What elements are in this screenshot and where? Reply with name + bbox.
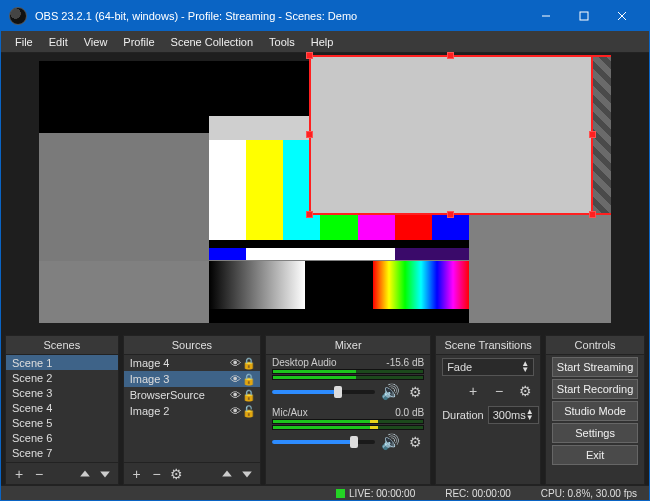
remove-icon[interactable]: − [148, 465, 166, 483]
scene-item[interactable]: Scene 4 [6, 400, 118, 415]
handle-bl[interactable] [306, 211, 313, 218]
status-live: LIVE: 00:00:00 [336, 488, 415, 499]
visibility-icon[interactable]: 👁 [228, 357, 242, 369]
mixer-panel: Mixer Desktop Audio-15.6 dB 🔊 ⚙ Mic/Aux0… [265, 335, 431, 485]
source-label: Image 4 [128, 357, 228, 369]
handle-bm[interactable] [447, 211, 454, 218]
duration-label: Duration [442, 409, 484, 421]
volume-slider[interactable] [272, 390, 375, 394]
source-item[interactable]: Image 4👁🔒 [124, 355, 260, 371]
handle-tl[interactable] [306, 52, 313, 59]
speaker-icon[interactable]: 🔊 [381, 383, 400, 401]
source-label: BrowserSource [128, 389, 228, 401]
vu-meter [272, 419, 424, 424]
track-db: -15.6 dB [386, 357, 424, 368]
maximize-button[interactable] [565, 1, 603, 31]
visibility-icon[interactable]: 👁 [228, 405, 242, 417]
move-up-icon[interactable] [76, 465, 94, 483]
layer-selected[interactable] [309, 55, 593, 215]
source-item[interactable]: Image 3👁🔒 [124, 371, 260, 387]
sources-list[interactable]: Image 4👁🔒 Image 3👁🔒 BrowserSource👁🔒 Imag… [124, 355, 260, 462]
close-button[interactable] [603, 1, 641, 31]
handle-br[interactable] [589, 211, 596, 218]
speaker-icon[interactable]: 🔊 [381, 433, 400, 451]
volume-slider[interactable] [272, 440, 375, 444]
handle-mr[interactable] [589, 131, 596, 138]
transition-value: Fade [447, 361, 472, 373]
handle-tm[interactable] [447, 52, 454, 59]
scene-item[interactable]: Scene 8 [6, 460, 118, 462]
lock-icon[interactable]: 🔒 [242, 357, 256, 370]
lock-icon[interactable]: 🔒 [242, 389, 256, 402]
add-icon[interactable]: + [10, 465, 28, 483]
gear-icon[interactable]: ⚙ [516, 382, 534, 400]
source-label: Image 3 [128, 373, 228, 385]
unlock-icon[interactable]: 🔓 [242, 405, 256, 418]
source-label: Image 2 [128, 405, 228, 417]
menu-profile[interactable]: Profile [115, 33, 162, 51]
move-up-icon[interactable] [218, 465, 236, 483]
window-titlebar: OBS 23.2.1 (64-bit, windows) - Profile: … [1, 1, 649, 31]
settings-button[interactable]: Settings [552, 423, 638, 443]
mixer-title: Mixer [266, 336, 430, 355]
preview-canvas[interactable] [39, 61, 611, 323]
gear-icon[interactable]: ⚙ [406, 433, 424, 451]
studio-mode-button[interactable]: Studio Mode [552, 401, 638, 421]
scene-item[interactable]: Scene 6 [6, 430, 118, 445]
start-streaming-button[interactable]: Start Streaming [552, 357, 638, 377]
menu-tools[interactable]: Tools [261, 33, 303, 51]
menu-file[interactable]: File [7, 33, 41, 51]
source-item[interactable]: BrowserSource👁🔒 [124, 387, 260, 403]
visibility-icon[interactable]: 👁 [228, 373, 242, 385]
move-down-icon[interactable] [238, 465, 256, 483]
gear-icon[interactable]: ⚙ [168, 465, 186, 483]
layer-grey-block [39, 133, 209, 261]
add-icon[interactable]: + [464, 382, 482, 400]
scene-item[interactable]: Scene 1 [6, 355, 118, 370]
controls-panel: Controls Start Streaming Start Recording… [545, 335, 645, 485]
move-down-icon[interactable] [96, 465, 114, 483]
scene-item[interactable]: Scene 7 [6, 445, 118, 460]
scenes-list[interactable]: Scene 1 Scene 2 Scene 3 Scene 4 Scene 5 … [6, 355, 118, 462]
live-indicator-icon [336, 489, 345, 498]
transitions-panel: Scene Transitions Fade ▲▼ + − ⚙ Duration… [435, 335, 541, 485]
menu-help[interactable]: Help [303, 33, 342, 51]
track-name: Mic/Aux [272, 407, 308, 418]
minimize-button[interactable] [527, 1, 565, 31]
mixer-body: Desktop Audio-15.6 dB 🔊 ⚙ Mic/Aux0.0 dB … [266, 355, 430, 484]
status-cpu: CPU: 0.8%, 30.00 fps [541, 488, 637, 499]
menu-edit[interactable]: Edit [41, 33, 76, 51]
status-rec: REC: 00:00:00 [445, 488, 511, 499]
svg-rect-1 [580, 12, 588, 20]
preview-area[interactable] [1, 53, 649, 331]
scene-item[interactable]: Scene 2 [6, 370, 118, 385]
transitions-body: Fade ▲▼ + − ⚙ Duration 300ms ▲▼ [436, 355, 540, 484]
duration-input[interactable]: 300ms ▲▼ [488, 406, 539, 424]
remove-icon[interactable]: − [490, 382, 508, 400]
source-item[interactable]: Image 2👁🔓 [124, 403, 260, 419]
vu-meter [272, 369, 424, 374]
status-live-text: LIVE: 00:00:00 [349, 488, 415, 499]
status-bar: LIVE: 00:00:00 REC: 00:00:00 CPU: 0.8%, … [1, 485, 649, 500]
remove-icon[interactable]: − [30, 465, 48, 483]
app-logo-icon [9, 7, 27, 25]
menu-view[interactable]: View [76, 33, 116, 51]
handle-ml[interactable] [306, 131, 313, 138]
transition-select[interactable]: Fade ▲▼ [442, 358, 534, 376]
scene-item[interactable]: Scene 3 [6, 385, 118, 400]
vu-meter [272, 375, 424, 380]
menu-scene-collection[interactable]: Scene Collection [163, 33, 262, 51]
exit-button[interactable]: Exit [552, 445, 638, 465]
visibility-icon[interactable]: 👁 [228, 389, 242, 401]
lock-icon[interactable]: 🔒 [242, 373, 256, 386]
gear-icon[interactable]: ⚙ [406, 383, 424, 401]
scenes-panel: Scenes Scene 1 Scene 2 Scene 3 Scene 4 S… [5, 335, 119, 485]
add-icon[interactable]: + [128, 465, 146, 483]
start-recording-button[interactable]: Start Recording [552, 379, 638, 399]
scenes-title: Scenes [6, 336, 118, 355]
duration-value: 300ms [493, 409, 526, 421]
mixer-track: Desktop Audio-15.6 dB 🔊 ⚙ [266, 355, 430, 405]
scene-item[interactable]: Scene 5 [6, 415, 118, 430]
sources-title: Sources [124, 336, 260, 355]
mixer-track: Mic/Aux0.0 dB 🔊 ⚙ [266, 405, 430, 455]
